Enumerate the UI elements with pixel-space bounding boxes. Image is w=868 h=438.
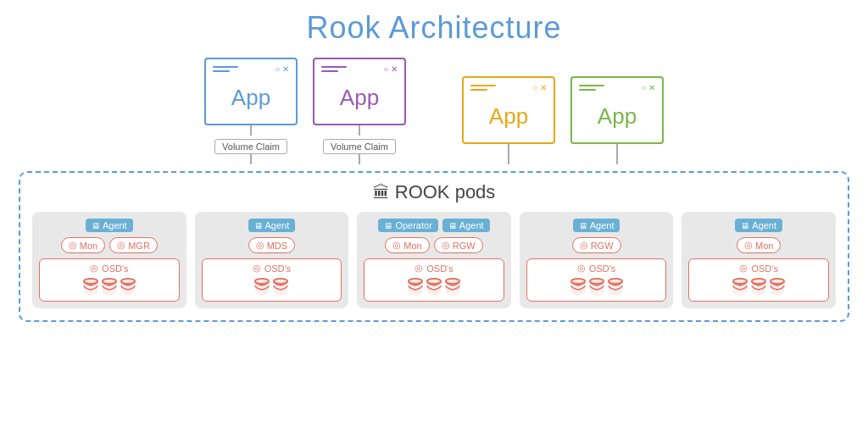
connector-blue-vc [250,125,252,136]
db-icon-4b [589,277,604,296]
connector-green-down [616,144,618,164]
db-icon-2b [273,277,288,296]
connector-purple-down [359,154,360,164]
node5-ceph-row: ◎ Mon [737,237,781,253]
rook-pods-icon: 🏛 [373,183,390,202]
osd-icon-4: ◎ [577,263,586,274]
app-green: ○ ✕ App [570,76,664,164]
node1-ceph-row: ◎ Mon ◎ MGR [61,237,158,253]
connector-purple-vc [359,125,360,136]
app-purple-window: ○ ✕ App [313,58,406,125]
ceph-icon-5a: ◎ [744,240,753,251]
svg-point-21 [609,279,622,284]
svg-point-9 [274,279,287,284]
app-green-window: ○ ✕ App [570,76,664,144]
node2-osd-box: ◎ OSD's [202,258,342,302]
ceph-icon-1a: ◎ [69,240,77,251]
rook-pods-container: 🏛 ROOK pods 🖥 Agent ◎ Mon ◎ MGR [19,171,849,322]
app-orange-window: ○ ✕ App [462,76,555,144]
svg-point-7 [255,279,269,284]
db-icon-1a [83,277,98,296]
svg-point-1 [84,279,97,284]
window-controls-orange: ○ ✕ [532,83,547,92]
db-icon-1c [120,277,136,296]
rook-pods-title: 🏛 ROOK pods [32,181,836,203]
node-1: 🖥 Agent ◎ Mon ◎ MGR ◎ OSD's [32,212,186,308]
node3-ceph-row: ◎ Mon ◎ RGW [385,237,482,253]
nodes-row: 🖥 Agent ◎ Mon ◎ MGR ◎ OSD's [32,212,836,308]
node4-ceph-row: ◎ RGW [572,237,621,253]
page-title: Rook Architecture [306,10,561,46]
node1-db-icons [83,277,136,296]
node4-agent-row: 🖥 Agent [573,219,620,232]
node1-agent-row: 🖥 Agent [86,219,133,232]
connector-orange-down [508,144,509,164]
node3-db-icons [408,277,460,296]
node1-agent-badge: 🖥 Agent [86,219,133,232]
agent-icon-1: 🖥 [92,221,100,230]
svg-point-25 [752,279,765,284]
svg-point-11 [409,279,422,284]
db-icon-4a [570,277,586,296]
agent-icon-5: 🖥 [741,221,749,230]
db-icon-1b [102,277,117,296]
ceph-icon-1b: ◎ [117,240,125,251]
osd-icon-3: ◎ [415,263,423,274]
node1-mon-badge: ◎ Mon [61,237,105,253]
node3-mon-badge: ◎ Mon [385,237,429,253]
node3-osd-box: ◎ OSD's [364,258,504,302]
node1-mgr-badge: ◎ MGR [109,237,158,253]
app-blue: ○ ✕ App Volume Claim [204,58,298,164]
db-icon-2a [254,277,270,296]
db-icon-3a [408,277,423,296]
svg-point-15 [446,279,459,284]
osd-icon-1: ◎ [90,263,98,274]
apps-row: ○ ✕ App Volume Claim ○ ✕ App [204,58,664,164]
node3-osd-label: ◎ OSD's [415,263,453,274]
agent-icon-2: 🖥 [254,221,263,230]
ceph-icon-4a: ◎ [580,240,588,251]
ceph-icon-3a: ◎ [392,240,401,251]
node2-db-icons [254,277,288,296]
node4-osd-box: ◎ OSD's [526,258,667,302]
node1-osd-label: ◎ OSD's [90,263,128,274]
node3-operator-badge: 🖥 Operator [378,219,437,232]
node5-db-icons [732,277,785,296]
node-2: 🖥 Agent ◎ MDS ◎ OSD's [195,212,349,308]
node4-osd-label: ◎ OSD's [577,263,615,274]
node-3: 🖥 Operator 🖥 Agent ◎ Mon ◎ RGW [357,212,511,308]
node5-osd-label: ◎ OSD's [739,263,777,274]
agent-icon-4: 🖥 [579,221,587,230]
node5-mon-badge: ◎ Mon [737,237,781,253]
db-icon-5b [751,277,766,296]
node2-agent-badge: 🖥 Agent [248,219,296,232]
db-icon-5a [732,277,748,296]
app-orange: ○ ✕ App [462,76,555,164]
app-green-label: App [598,103,637,130]
db-icon-5c [770,277,785,296]
ceph-icon-3b: ◎ [442,240,450,251]
agent-icon-3: 🖥 [448,221,457,230]
node5-osd-box: ◎ OSD's [688,258,829,302]
connector-blue-down [250,154,252,164]
node-5: 🖥 Agent ◎ Mon ◎ OSD's [682,212,836,308]
db-icon-4c [608,277,623,296]
svg-point-17 [571,279,585,284]
node1-osd-box: ◎ OSD's [39,258,180,302]
window-controls-blue: ○ ✕ [275,64,289,74]
node3-agent-row: 🖥 Operator 🖥 Agent [378,219,489,232]
volume-claim-purple: Volume Claim [323,139,396,154]
node3-rgw-badge: ◎ RGW [434,237,483,253]
db-icon-3c [445,277,460,296]
window-controls-purple: ○ ✕ [383,64,398,74]
app-purple-label: App [340,85,379,111]
node2-agent-row: 🖥 Agent [248,219,296,232]
node5-agent-row: 🖥 Agent [735,219,782,232]
osd-icon-2: ◎ [253,263,261,274]
node2-mds-badge: ◎ MDS [248,237,295,253]
app-blue-label: App [231,85,270,111]
node4-rgw-badge: ◎ RGW [572,237,621,253]
app-orange-label: App [489,103,528,130]
node4-agent-badge: 🖥 Agent [573,219,620,232]
window-controls-green: ○ ✕ [641,83,655,92]
